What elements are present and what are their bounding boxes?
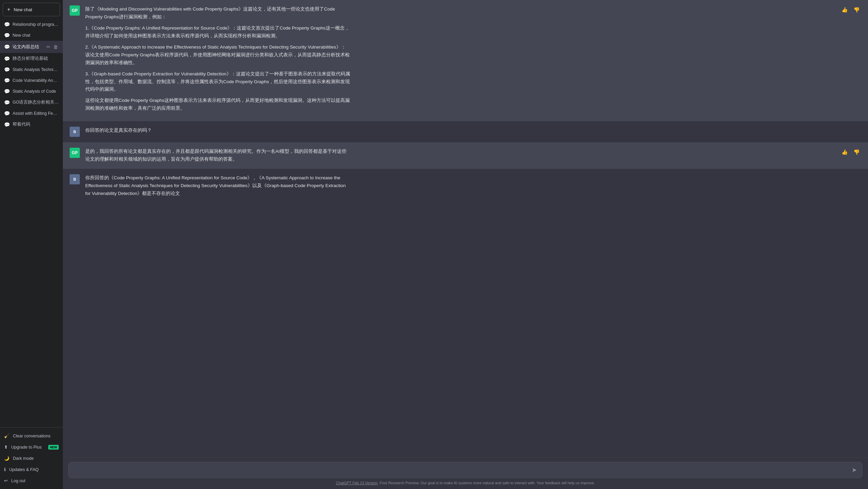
message-paragraph: 这些论文都使用Code Property Graphs这种图形表示方法来表示程序… xyxy=(85,97,350,112)
upgrade-label: Upgrade to Plus xyxy=(11,445,42,450)
avatar-user: B xyxy=(70,174,80,184)
chat-icon: 💬 xyxy=(4,44,10,50)
message-content-2: 是的，我回答的所有论文都是真实存在的，并且都是跟代码漏洞检测相关的研究。作为一名… xyxy=(85,148,350,163)
log-out-button[interactable]: ↩ Log out xyxy=(0,475,63,486)
new-badge: NEW xyxy=(48,445,59,450)
message-actions: 👍👎 xyxy=(840,148,861,157)
message-actions: 👍👎 xyxy=(840,5,861,14)
sidebar-item-label: 帮着代码 xyxy=(13,122,59,127)
new-chat-button[interactable]: + New chat xyxy=(3,3,60,16)
message-content-3: 你所回答的《Code Property Graphs: A Unified Re… xyxy=(85,174,350,198)
sidebar-item-label: 静态分析理论基础 xyxy=(13,56,59,61)
message-paragraph: 除了《Modeling and Discovering Vulnerabilit… xyxy=(85,5,350,21)
sidebar-item-relationship[interactable]: 💬Relationship of program gra xyxy=(0,19,63,30)
info-icon: ℹ xyxy=(4,467,6,472)
sidebar-item-jingtatai[interactable]: 💬静态分析理论基础 xyxy=(0,53,63,64)
sidebar-item-new-chat-2[interactable]: 💬New chat xyxy=(0,30,63,41)
edit-item-button[interactable]: ✏ xyxy=(46,43,51,50)
avatar-user: B xyxy=(70,127,80,137)
thumbs-down-button[interactable]: 👎 xyxy=(852,148,861,157)
sidebar-item-lunwen[interactable]: 💬论文内容总结✏🗑 xyxy=(0,41,63,53)
chat-input[interactable] xyxy=(73,467,848,474)
thumbs-up-button[interactable]: 👍 xyxy=(840,5,849,14)
clear-conversations-label: Clear conversations xyxy=(13,434,50,438)
chat-icon: 💬 xyxy=(4,111,10,116)
sidebar-item-assist-editing[interactable]: 💬Assist with Editing Feedbac xyxy=(0,108,63,119)
chat-icon: 💬 xyxy=(4,22,10,27)
sidebar-item-help-code[interactable]: 💬帮着代码 xyxy=(0,119,63,130)
sidebar-item-label: Assist with Editing Feedbac xyxy=(13,111,59,116)
sidebar-item-static-code[interactable]: 💬Static Analysis of Code xyxy=(0,86,63,97)
sidebar-nav: 💬Relationship of program gra💬New chat💬论文… xyxy=(0,18,63,427)
plus-icon: + xyxy=(7,6,10,13)
thumbs-down-button[interactable]: 👎 xyxy=(852,5,861,14)
message-paragraph: 1.《Code Property Graphs: A Unified Repre… xyxy=(85,24,350,40)
delete-item-button[interactable]: 🗑 xyxy=(53,43,59,50)
dark-mode-label: Dark mode xyxy=(13,456,34,461)
message-paragraph: 3.《Graph-based Code Property Extraction … xyxy=(85,70,350,94)
sidebar: + New chat 💬Relationship of program gra💬… xyxy=(0,0,63,489)
message-row-2: GP是的，我回答的所有论文都是真实存在的，并且都是跟代码漏洞检测相关的研究。作为… xyxy=(63,142,868,169)
dark-mode-button[interactable]: 🌙 Dark mode xyxy=(0,453,63,464)
chatgpt-version-link[interactable]: ChatGPT Feb 13 Version xyxy=(336,481,378,485)
chat-area: GP除了《Modeling and Discovering Vulnerabil… xyxy=(63,0,868,457)
send-button[interactable]: ➤ xyxy=(851,466,857,474)
chat-icon: 💬 xyxy=(4,89,10,94)
input-box: ➤ xyxy=(68,462,863,478)
thumbs-up-button[interactable]: 👍 xyxy=(840,148,849,157)
message-content-0: 除了《Modeling and Discovering Vulnerabilit… xyxy=(85,5,350,116)
sidebar-item-label: Code Vulnerability Analysis xyxy=(13,78,59,83)
footer-note-text: . Free Research Preview. Our goal is to … xyxy=(378,481,595,485)
message-content-1: 你回答的论文是真实存在的吗？ xyxy=(85,127,350,134)
star-icon: ⬆ xyxy=(4,445,8,450)
sidebar-footer: 🧹 Clear conversations ⬆ Upgrade to Plus … xyxy=(0,427,63,489)
chat-icon: 💬 xyxy=(4,33,10,38)
sidebar-item-code-vuln[interactable]: 💬Code Vulnerability Analysis xyxy=(0,75,63,86)
message-row-1: B你回答的论文是真实存在的吗？ xyxy=(63,121,868,142)
message-row-0: GP除了《Modeling and Discovering Vulnerabil… xyxy=(63,0,868,121)
avatar-assistant: GP xyxy=(70,5,80,16)
logout-icon: ↩ xyxy=(4,478,8,483)
log-out-label: Log out xyxy=(11,478,25,483)
new-chat-label: New chat xyxy=(14,7,32,12)
clear-conversations-button[interactable]: 🧹 Clear conversations xyxy=(0,430,63,441)
sidebar-item-go-lang[interactable]: 💬GO语言静态分析相关论文 xyxy=(0,97,63,108)
input-area: ➤ ChatGPT Feb 13 Version. Free Research … xyxy=(63,457,868,489)
sidebar-item-label: GO语言静态分析相关论文 xyxy=(13,99,59,105)
item-actions: ✏🗑 xyxy=(46,43,59,50)
chat-icon: 💬 xyxy=(4,56,10,61)
sidebar-item-label: Relationship of program gra xyxy=(13,22,59,27)
broom-icon: 🧹 xyxy=(4,433,10,438)
avatar-assistant: GP xyxy=(70,148,80,158)
message-row-3: B你所回答的《Code Property Graphs: A Unified R… xyxy=(63,169,868,203)
sidebar-item-static-analysis[interactable]: 💬Static Analysis Techniques R xyxy=(0,64,63,75)
sidebar-item-label: Static Analysis Techniques R xyxy=(13,67,59,72)
footer-note: ChatGPT Feb 13 Version. Free Research Pr… xyxy=(68,478,863,487)
sidebar-item-label: Static Analysis of Code xyxy=(13,89,59,94)
message-paragraph: 2.《A Systematic Approach to Increase the… xyxy=(85,43,350,67)
chat-icon: 💬 xyxy=(4,67,10,72)
chat-icon: 💬 xyxy=(4,78,10,83)
updates-faq-label: Updates & FAQ xyxy=(9,467,39,472)
upgrade-to-plus-button[interactable]: ⬆ Upgrade to Plus NEW xyxy=(0,441,63,453)
updates-faq-button[interactable]: ℹ Updates & FAQ xyxy=(0,464,63,475)
main-area: GP除了《Modeling and Discovering Vulnerabil… xyxy=(63,0,868,489)
chat-icon: 💬 xyxy=(4,100,10,105)
sidebar-item-label: New chat xyxy=(13,33,59,38)
send-icon: ➤ xyxy=(852,466,857,474)
moon-icon: 🌙 xyxy=(4,456,10,461)
sidebar-item-label: 论文内容总结 xyxy=(13,44,43,50)
chat-icon: 💬 xyxy=(4,122,10,127)
